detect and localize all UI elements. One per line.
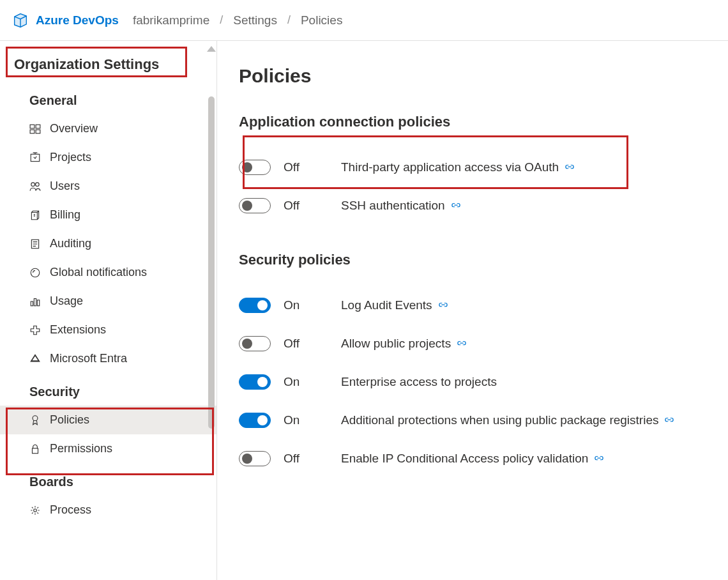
svg-rect-1	[36, 125, 40, 128]
policy-label-text: SSH authentication	[341, 199, 445, 213]
policy-label: Allow public projects	[341, 337, 466, 351]
toggle-switch[interactable]	[239, 298, 271, 313]
external-link-icon[interactable]	[451, 201, 460, 210]
policy-label: Additional protections when using public…	[341, 413, 674, 427]
toggle-knob	[242, 454, 252, 464]
policy-label-text: Enable IP Conditional Access policy vali…	[341, 452, 588, 466]
scroll-thumb[interactable]	[208, 96, 215, 429]
svg-rect-4	[31, 154, 40, 161]
toggle-knob	[257, 377, 268, 387]
devops-logo-icon	[11, 11, 29, 29]
policy-row: OffThird-party application access via OA…	[239, 148, 728, 187]
policy-label: Enable IP Conditional Access policy vali…	[341, 452, 603, 466]
sidebar-item-label: Global notifications	[50, 266, 147, 279]
toggle-state-text: Off	[284, 337, 328, 351]
toggle-state-text: Off	[284, 160, 328, 174]
sidebar-item-label: Projects	[50, 151, 91, 164]
sidebar-item-billing[interactable]: Billing	[0, 201, 216, 229]
toggle-knob	[257, 415, 268, 425]
breadcrumb-sep: /	[287, 13, 291, 27]
toggle-knob	[242, 339, 252, 349]
users-icon	[29, 181, 41, 192]
header: Azure DevOps fabrikamprime / Settings / …	[0, 0, 728, 41]
sidebar-item-overview[interactable]: Overview	[0, 114, 216, 143]
svg-point-12	[33, 415, 38, 420]
scrollbar[interactable]	[205, 41, 218, 580]
breadcrumb: fabrikamprime / Settings / Policies	[133, 13, 343, 27]
external-link-icon[interactable]	[565, 163, 574, 172]
sidebar-item-label: Policies	[50, 413, 89, 427]
page-title: Policies	[239, 65, 728, 87]
toggle-switch[interactable]	[239, 374, 271, 390]
sidebar-item-label: Billing	[50, 208, 80, 222]
sidebar-section-label: Boards	[0, 463, 216, 496]
policy-label: SSH authentication	[341, 199, 460, 213]
sidebar-item-label: Users	[50, 179, 80, 193]
svg-rect-11	[37, 300, 39, 305]
projects-icon	[29, 152, 41, 164]
toggle-switch[interactable]	[239, 160, 271, 175]
sidebar-item-label: Extensions	[50, 323, 106, 337]
sidebar-item-permissions[interactable]: Permissions	[0, 434, 216, 463]
svg-point-5	[31, 182, 35, 186]
sidebar-item-label: Permissions	[50, 442, 112, 455]
sidebar-item-microsoft-entra[interactable]: Microsoft Entra	[0, 344, 216, 373]
external-link-icon[interactable]	[595, 454, 603, 463]
policy-label-text: Log Audit Events	[341, 298, 432, 312]
overview-icon	[29, 123, 41, 135]
toggle-state-text: Off	[284, 452, 328, 466]
sidebar-item-label: Auditing	[50, 237, 91, 250]
svg-rect-0	[30, 125, 34, 128]
policy-label: Enterprise access to projects	[341, 375, 497, 389]
breadcrumb-settings[interactable]: Settings	[233, 13, 277, 27]
process-icon	[29, 505, 41, 516]
svg-point-14	[34, 508, 37, 512]
sidebar-item-projects[interactable]: Projects	[0, 143, 216, 172]
toggle-switch[interactable]	[239, 198, 271, 213]
sidebar-item-process[interactable]: Process	[0, 496, 216, 524]
extensions-icon	[29, 324, 41, 336]
policy-label-text: Additional protections when using public…	[341, 413, 658, 427]
toggle-state-text: Off	[284, 199, 328, 213]
policy-row: OnEnterprise access to projects	[239, 363, 728, 401]
svg-point-6	[36, 182, 40, 186]
main-content: Policies Application connection policies…	[217, 41, 728, 580]
svg-rect-10	[34, 298, 36, 305]
toggle-switch[interactable]	[239, 336, 271, 351]
sidebar-section-label: Security	[0, 373, 216, 406]
sidebar-item-label: Overview	[50, 122, 98, 135]
sidebar-item-label: Process	[50, 503, 91, 517]
external-link-icon[interactable]	[439, 301, 448, 310]
sidebar-item-auditing[interactable]: Auditing	[0, 229, 216, 258]
breadcrumb-org[interactable]: fabrikamprime	[133, 13, 209, 27]
breadcrumb-sep: /	[220, 13, 223, 27]
sidebar-item-label: Usage	[50, 294, 83, 308]
policy-label: Third-party application access via OAuth	[341, 160, 574, 174]
sidebar-item-usage[interactable]: Usage	[0, 287, 216, 316]
policy-row: OffAllow public projects	[239, 324, 728, 363]
sidebar-item-extensions[interactable]: Extensions	[0, 316, 216, 344]
external-link-icon[interactable]	[457, 339, 466, 348]
policy-row: OnLog Audit Events	[239, 286, 728, 324]
toggle-knob	[242, 201, 252, 211]
policy-section-title: Application connection policies	[239, 114, 728, 130]
breadcrumb-policies[interactable]: Policies	[301, 13, 342, 27]
sidebar-item-policies[interactable]: Policies	[0, 406, 216, 434]
sidebar-item-label: Microsoft Entra	[50, 352, 127, 365]
sidebar-item-global-notifications[interactable]: Global notifications	[0, 258, 216, 287]
toggle-state-text: On	[284, 298, 328, 312]
sidebar-title: Organization Settings	[0, 52, 216, 82]
toggle-switch[interactable]	[239, 451, 271, 466]
toggle-knob	[257, 300, 268, 310]
toggle-state-text: On	[284, 413, 328, 427]
policy-label-text: Enterprise access to projects	[341, 375, 497, 389]
sidebar-section-label: General	[0, 82, 216, 114]
brand-link[interactable]: Azure DevOps	[36, 13, 119, 27]
scroll-up-icon[interactable]	[207, 46, 216, 52]
toggle-switch[interactable]	[239, 413, 271, 428]
sidebar-item-users[interactable]: Users	[0, 172, 216, 201]
external-link-icon[interactable]	[665, 416, 674, 425]
toggle-state-text: On	[284, 375, 328, 389]
policy-label: Log Audit Events	[341, 298, 448, 312]
sidebar: Organization Settings GeneralOverviewPro…	[0, 41, 217, 580]
